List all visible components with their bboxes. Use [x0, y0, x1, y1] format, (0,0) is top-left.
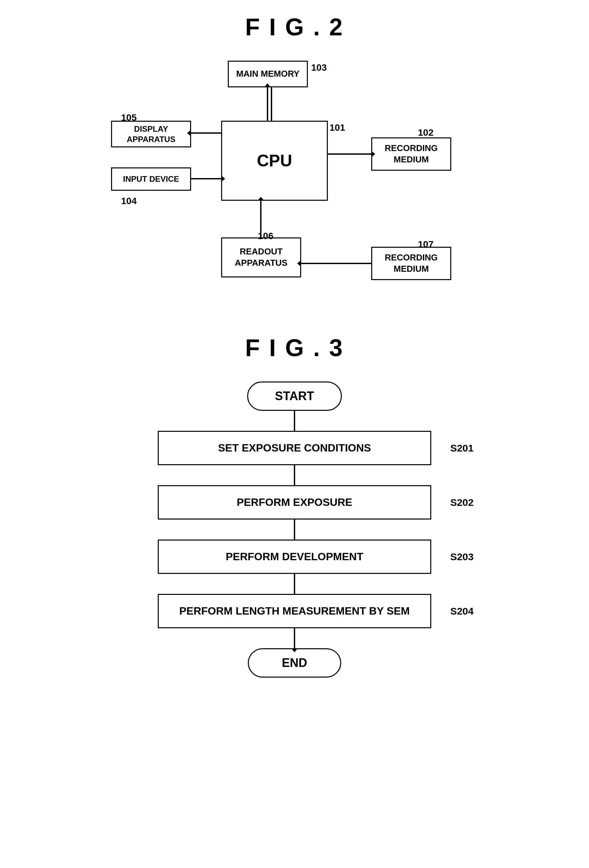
connector-1	[294, 411, 295, 431]
step-s203-id: S203	[450, 551, 474, 562]
fig2-diagram: MAIN MEMORY 103 CPU 101 DISPLAYAPPARATUS	[111, 61, 478, 294]
step-s201-id: S201	[450, 443, 474, 454]
flowchart-container: START SET EXPOSURE CONDITIONS S201 PERFO…	[111, 381, 478, 678]
connector-5	[294, 628, 295, 648]
step-s204-label: PERFORM LENGTH MEASUREMENT BY SEM	[179, 605, 410, 617]
recording-medium-2-box: RECORDINGMEDIUM	[371, 247, 451, 280]
step-s201-box: SET EXPOSURE CONDITIONS S201	[158, 431, 431, 465]
connector-2	[294, 465, 295, 485]
start-terminal: START	[247, 381, 341, 411]
connector-3	[294, 520, 295, 540]
cpu-box: CPU	[221, 121, 328, 201]
step-s202-id: S202	[450, 497, 474, 508]
recording-medium-2-ref: 107	[418, 239, 434, 250]
recording-medium-1-ref: 102	[418, 127, 434, 138]
input-device-box: INPUT DEVICE	[111, 167, 191, 191]
left-group-ref: 105	[121, 112, 137, 123]
step-s201-label: SET EXPOSURE CONDITIONS	[218, 442, 371, 454]
fig3-section: F I G . 3 START SET EXPOSURE CONDITIONS …	[61, 334, 528, 678]
step-s203-label: PERFORM DEVELOPMENT	[226, 551, 363, 562]
recording-medium-1-box: RECORDINGMEDIUM	[371, 137, 451, 171]
fig2-section: F I G . 2 MAIN MEMORY 103 CPU 101	[61, 13, 528, 294]
step-s202-box: PERFORM EXPOSURE S202	[158, 485, 431, 520]
connector-4	[294, 574, 295, 594]
step-s202-label: PERFORM EXPOSURE	[237, 496, 353, 508]
cpu-ref: 101	[329, 123, 345, 133]
left-group-ref2: 104	[121, 196, 137, 207]
readout-apparatus-box: READOUTAPPARATUS	[221, 238, 301, 278]
step-s204-box: PERFORM LENGTH MEASUREMENT BY SEM S204	[158, 594, 431, 628]
main-memory-ref: 103	[311, 62, 327, 73]
cpu-to-memory-arrow	[267, 87, 268, 121]
step-s204-id: S204	[450, 605, 474, 617]
fig3-title: F I G . 3	[245, 334, 344, 362]
page-container: F I G . 2 MAIN MEMORY 103 CPU 101	[61, 13, 528, 678]
display-apparatus-box: DISPLAYAPPARATUS	[111, 121, 191, 148]
fig2-title: F I G . 2	[245, 13, 344, 41]
step-s203-box: PERFORM DEVELOPMENT S203	[158, 540, 431, 574]
end-terminal: END	[248, 648, 341, 678]
